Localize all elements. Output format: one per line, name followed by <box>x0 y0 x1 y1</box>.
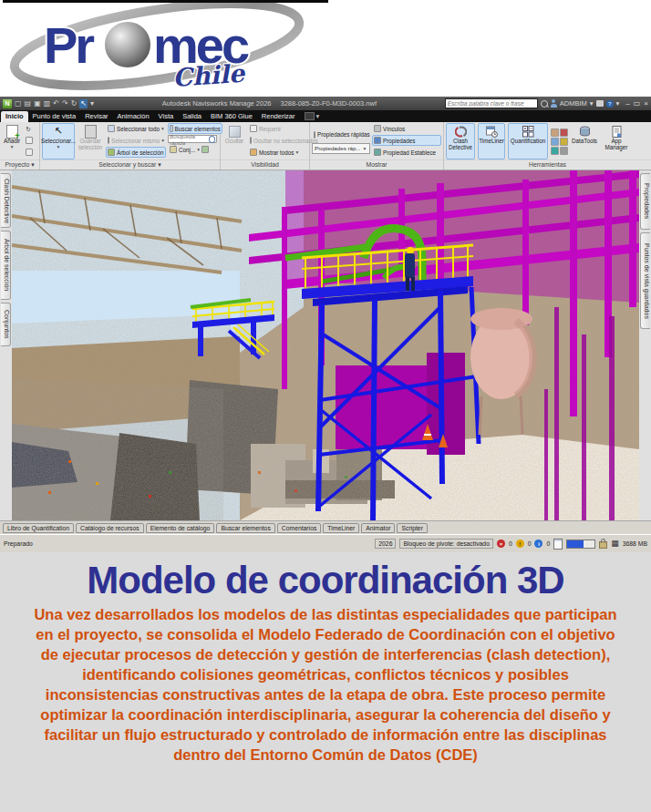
hide-unselected-button[interactable]: Ocultar no seleccionados <box>248 135 306 146</box>
search-input[interactable] <box>445 98 538 108</box>
status-pivot-lock[interactable]: Bloqueo de pivote: desactivado <box>399 539 492 549</box>
redo-icon[interactable]: ↷ <box>62 99 68 108</box>
help-dropdown-icon[interactable]: ▾ <box>616 99 620 108</box>
hide-button[interactable]: Ocultar <box>222 123 246 159</box>
quick-properties-button[interactable]: Propiedades rápidas <box>312 129 370 140</box>
panel-tab-arbol-seleccion[interactable]: Árbol de selección <box>1 231 11 300</box>
warning-count: 0 <box>528 540 532 547</box>
restore-button[interactable]: ▭ <box>634 99 641 108</box>
sheet-browser-icon[interactable] <box>553 539 563 550</box>
logo-band: Pr mec Chile <box>0 3 651 96</box>
datatools-button[interactable]: DataTools <box>571 123 598 159</box>
save-selection-button[interactable]: Guardar selección <box>77 123 104 159</box>
dock-tab-buscar-elementos[interactable]: Buscar elementos <box>216 523 274 533</box>
add-button[interactable]: + Añadir ▾ <box>2 123 22 159</box>
select-button[interactable]: ↖ Seleccionar... ▾ <box>42 123 75 159</box>
group-label-proyecto[interactable]: Proyecto ▾ <box>0 159 39 170</box>
minimize-button[interactable]: – <box>625 99 629 108</box>
scripter-icon[interactable] <box>551 138 559 146</box>
multisheet-icon[interactable]: ▦ <box>611 540 619 548</box>
autodesk-rendering-icon[interactable] <box>551 128 559 137</box>
links-icon <box>374 125 381 132</box>
print-icon[interactable]: ▥ <box>44 99 51 108</box>
append-options-button[interactable] <box>24 135 35 146</box>
dock-tab-timeliner[interactable]: TimeLiner <box>323 523 359 533</box>
promec-chile-logo: Pr mec Chile <box>0 3 321 94</box>
refresh-icon[interactable]: ↻ <box>71 99 78 108</box>
unhide-all-button[interactable]: Mostrar todos▾ <box>248 147 306 158</box>
ribbon-tab-bar: Inicio Punto de vista Revisar Animación … <box>0 110 651 122</box>
navisworks-window: N ▢ ▤ ▣ ▥ ↶ ↷ ↻ ↖ ▾ Autodesk Navisworks … <box>0 97 651 552</box>
dock-tab-elemento-catalogo[interactable]: Elemento de catálogo <box>146 523 215 533</box>
description-paragraph: Una vez desarrollados los modelos de las… <box>26 605 625 766</box>
sets-manager-icon[interactable] <box>202 146 209 153</box>
timeliner-button[interactable]: TimeLiner <box>478 123 505 159</box>
app-logo-icon[interactable]: N <box>3 99 12 108</box>
new-file-icon[interactable]: ▢ <box>15 99 22 108</box>
reset-button[interactable] <box>24 147 35 158</box>
tab-bim360glue[interactable]: BIM 360 Glue <box>206 111 257 122</box>
select-all-button[interactable]: Seleccionar todo▾ <box>106 123 166 134</box>
undo-icon[interactable]: ↶ <box>53 99 59 108</box>
select-tool-icon[interactable]: ↖ <box>79 99 88 108</box>
search-icon[interactable] <box>541 100 548 108</box>
tab-animacion[interactable]: Animación <box>113 111 154 122</box>
user-name[interactable]: ADMBIM <box>560 99 587 108</box>
tab-inicio[interactable]: Inicio <box>1 111 28 122</box>
save-icon[interactable]: ▣ <box>34 99 41 108</box>
quick-find-input[interactable]: Búsqueda rápida <box>168 135 217 143</box>
batch-utility-icon[interactable] <box>551 147 559 155</box>
require-icon <box>250 125 257 132</box>
clash-detective-button[interactable]: Clash Detective <box>446 123 475 159</box>
dock-tab-catalogo-recursos[interactable]: Catálogo de recursos <box>76 523 144 533</box>
dock-tab-libro-quantification[interactable]: Libro de Quantification <box>3 523 74 533</box>
property-set-button[interactable]: Propiedad Establece <box>372 147 441 158</box>
tab-vista[interactable]: Vista <box>154 111 179 122</box>
panel-tab-conjuntos[interactable]: Conjuntos <box>1 303 11 346</box>
selection-tree-button[interactable]: Árbol de selección <box>106 147 166 158</box>
panel-tab-clash-detective[interactable]: Clash Detective <box>1 173 11 228</box>
help-icon[interactable]: ? <box>606 100 614 108</box>
viewport[interactable] <box>12 170 639 520</box>
app-manager-button[interactable]: App Manager <box>601 123 632 159</box>
close-button[interactable]: × <box>644 99 648 108</box>
quantification-icon <box>522 125 534 138</box>
sets-button[interactable]: Conj...▾ <box>168 144 222 155</box>
dock-tab-scripter[interactable]: Scripter <box>397 523 427 533</box>
group-label-seleccionar[interactable]: Seleccionar y buscar ▾ <box>40 159 220 170</box>
info-count: 0 <box>546 540 550 547</box>
dock-tab-comentarios[interactable]: Comentarios <box>277 523 322 533</box>
app-manager-label: App Manager <box>603 139 630 150</box>
hide-unselected-icon <box>250 137 252 144</box>
compare-icon[interactable] <box>560 147 568 155</box>
refresh-model-button[interactable]: ↻ <box>24 123 35 134</box>
ribbon-toggle-icon <box>305 112 315 120</box>
append-icon <box>26 137 33 144</box>
status-year: 2026 <box>375 539 396 549</box>
select-same-button[interactable]: Seleccionar mismo▾ <box>106 135 166 146</box>
qat-dropdown-icon[interactable]: ▾ <box>90 99 94 108</box>
animator-icon[interactable] <box>560 128 568 137</box>
links-button[interactable]: Vínculos <box>372 123 441 134</box>
exchange-apps-icon[interactable] <box>596 100 604 107</box>
appearance-profiler-icon[interactable] <box>560 138 568 146</box>
properties-button[interactable]: Propiedades <box>372 135 441 146</box>
ribbon-display-toggle[interactable]: ▾ <box>305 112 320 122</box>
sets-icon <box>170 146 177 153</box>
quantification-button[interactable]: Quantification <box>508 123 548 159</box>
user-dropdown-icon[interactable]: ▾ <box>590 99 594 108</box>
quick-properties-dropdown[interactable]: Propiedades ráp...▾ <box>312 143 370 154</box>
statusbar: Preparado 2026 Bloqueo de pivote: desact… <box>0 534 651 552</box>
tab-punto-de-vista[interactable]: Punto de vista <box>28 111 81 122</box>
quick-access-toolbar: ▢ ▤ ▣ ▥ ↶ ↷ ↻ ↖ ▾ <box>15 99 94 108</box>
open-file-icon[interactable]: ▤ <box>25 99 32 108</box>
panel-tab-propiedades[interactable]: Propiedades <box>640 173 650 230</box>
require-button[interactable]: Requerir <box>248 123 306 134</box>
datatools-label: DataTools <box>572 139 597 145</box>
tab-revisar[interactable]: Revisar <box>80 111 112 122</box>
tab-renderizar[interactable]: Renderizar <box>257 111 300 122</box>
dock-tab-animator[interactable]: Animator <box>361 523 395 533</box>
tab-salida[interactable]: Salida <box>178 111 206 122</box>
panel-tab-puntos-vista[interactable]: Puntos de vista guardados <box>640 232 650 329</box>
user-avatar-icon[interactable] <box>551 99 557 108</box>
